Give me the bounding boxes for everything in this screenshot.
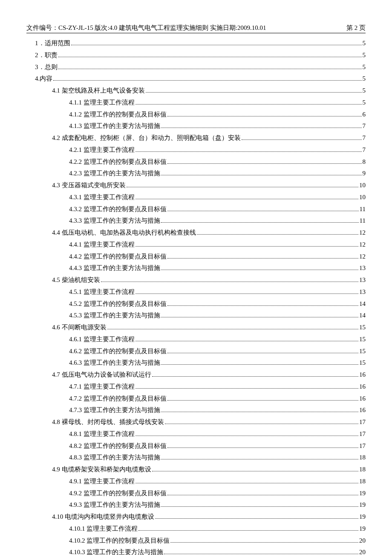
toc-entry-page: 5 (363, 49, 366, 61)
toc-leader-dots (161, 364, 358, 365)
toc-entry-page: 11 (360, 203, 366, 215)
toc-entry[interactable]: 4.1.2 监理工作的控制要点及目标值6 (26, 109, 366, 121)
toc-entry[interactable]: 4.4 低压电动机、电加热器及电动执行机构检查接线12 (26, 227, 366, 239)
toc-leader-dots (135, 436, 358, 436)
toc-entry-label: 4.6 不间断电源安装 (52, 322, 107, 334)
toc-entry-label: 4.1.3 监理工作的主要方法与措施 (69, 120, 160, 132)
toc-entry[interactable]: 4.9 电缆桥架安装和桥架内电缆敷设18 (26, 464, 366, 476)
toc-entry[interactable]: 4.8.2 监理工作的控制要点及目标值17 (26, 440, 366, 452)
toc-entry-page: 7 (363, 132, 366, 144)
toc-entry[interactable]: 4.7 低压电气动力设备试验和试运行16 (26, 369, 366, 381)
toc-entry[interactable]: 4.10 电缆沟内和电缆竖井内电缆敷设19 (26, 511, 366, 523)
toc-entry-label: 4.5 柴油机组安装 (52, 274, 100, 286)
toc-entry-label: 4.7.2 监理工作的控制要点及目标值 (69, 393, 167, 405)
toc-entry-page: 13 (359, 286, 366, 298)
toc-entry[interactable]: 4.2.2 监理工作的控制要点及目标值8 (26, 156, 366, 168)
toc-leader-dots (152, 376, 359, 377)
toc-leader-dots (152, 471, 359, 471)
toc-entry-label: 4.2 成套配电柜、控制柜（屏、台）和动力、照明配电箱（盘）安装 (52, 132, 241, 144)
toc-entry[interactable]: 4.1.3 监理工作的主要方法与措施7 (26, 120, 366, 132)
toc-entry[interactable]: 4.3 变压器箱式变电所安装10 (26, 180, 366, 192)
toc-entry-label: 4.6.2 监理工作的控制要点及目标值 (69, 346, 167, 357)
toc-entry[interactable]: 4.10.1 监理主要工作流程19 (26, 523, 366, 535)
toc-entry[interactable]: 4.7.3 监理工作的主要方法与措施16 (26, 404, 366, 416)
toc-entry[interactable]: 4.5.1 监理主要工作流程13 (26, 286, 366, 298)
toc-entry-page: 5 (363, 38, 366, 49)
toc-entry[interactable]: 4.2 成套配电柜、控制柜（屏、台）和动力、照明配电箱（盘）安装7 (26, 132, 366, 144)
toc-entry[interactable]: 4.7.2 监理工作的控制要点及目标值16 (26, 393, 366, 405)
toc-entry-label: 4.5.2 监理工作的控制要点及目标值 (69, 298, 167, 310)
toc-entry-label: 4.5.1 监理主要工作流程 (69, 286, 135, 298)
toc-leader-dots (197, 234, 359, 235)
toc-leader-dots (167, 305, 358, 306)
toc-entry-page: 16 (359, 369, 366, 381)
toc-leader-dots (135, 483, 358, 483)
toc-entry-label: 3．总则 (35, 61, 58, 73)
table-of-contents: 1．适用范围52．职责53．总则54.内容54.1 架空线路及杆上电气设备安装5… (26, 38, 366, 555)
toc-entry-page: 14 (359, 310, 366, 322)
toc-leader-dots (135, 341, 358, 341)
toc-entry-page: 15 (359, 322, 366, 334)
toc-entry[interactable]: 4.7.1 监理主要工作流程16 (26, 381, 366, 393)
toc-entry[interactable]: 4.2.1 监理主要工作流程7 (26, 144, 366, 156)
toc-entry[interactable]: 4.5 柴油机组安装13 (26, 274, 366, 286)
toc-entry-label: 4.7.1 监理主要工作流程 (69, 381, 135, 393)
toc-entry[interactable]: 4.内容5 (26, 73, 366, 85)
toc-entry[interactable]: 4.9.3 监理工作的主要方法与措施19 (26, 499, 366, 511)
toc-entry-page: 15 (359, 334, 366, 346)
toc-entry-page: 7 (363, 144, 366, 156)
toc-entry[interactable]: 4.3.1 监理主要工作流程10 (26, 192, 366, 203)
toc-entry[interactable]: 4.1 架空线路及杆上电气设备安装5 (26, 85, 366, 97)
toc-entry-label: 4.8.1 监理主要工作流程 (69, 428, 135, 440)
toc-entry-label: 2．职责 (35, 49, 58, 61)
toc-entry-label: 4.1 架空线路及杆上电气设备安装 (52, 85, 145, 97)
toc-entry-label: 4.8.2 监理工作的控制要点及目标值 (69, 440, 167, 452)
toc-entry[interactable]: 4.3.2 监理工作的控制要点及目标值11 (26, 203, 366, 215)
toc-entry[interactable]: 4.6 不间断电源安装15 (26, 322, 366, 334)
toc-entry[interactable]: 4.6.3 监理工作的主要方法与措施15 (26, 357, 366, 369)
toc-leader-dots (167, 116, 362, 116)
toc-entry[interactable]: 4.4.3 监理工作的主要方法与措施13 (26, 262, 366, 274)
toc-entry[interactable]: 4.6.2 监理工作的控制要点及目标值15 (26, 346, 366, 357)
toc-entry[interactable]: 2．职责5 (26, 49, 366, 61)
toc-entry[interactable]: 4.3.3 监理工作的主要方法与措施11 (26, 215, 366, 227)
toc-leader-dots (155, 518, 358, 519)
toc-leader-dots (135, 199, 358, 199)
toc-entry-label: 4.6.3 监理工作的主要方法与措施 (69, 357, 160, 369)
toc-entry[interactable]: 4.8.1 监理主要工作流程17 (26, 428, 366, 440)
toc-leader-dots (135, 293, 358, 294)
toc-entry[interactable]: 4.10.3 监理工作的主要方法与措施20 (26, 546, 366, 555)
toc-entry[interactable]: 4.5.3 监理工作的主要方法与措施14 (26, 310, 366, 322)
toc-leader-dots (161, 270, 358, 270)
toc-entry[interactable]: 4.10.2 监理工作的控制要点及目标值20 (26, 535, 366, 547)
toc-entry[interactable]: 4.5.2 监理工作的控制要点及目标值14 (26, 298, 366, 310)
toc-leader-dots (58, 57, 362, 57)
toc-entry-label: 4.2.3 监理工作的主要方法与措施 (69, 168, 160, 180)
toc-entry[interactable]: 3．总则5 (26, 61, 366, 73)
toc-entry-label: 4.3.1 监理主要工作流程 (69, 192, 135, 203)
toc-entry[interactable]: 4.1.1 监理主要工作流程5 (26, 97, 366, 109)
toc-leader-dots (138, 530, 358, 531)
toc-entry-label: 4.10 电缆沟内和电缆竖井内电缆敷设 (52, 511, 154, 523)
toc-entry[interactable]: 4.2.3 监理工作的主要方法与措施9 (26, 168, 366, 180)
toc-entry-page: 11 (360, 215, 366, 227)
toc-entry-label: 4.9.3 监理工作的主要方法与措施 (69, 499, 160, 511)
toc-leader-dots (127, 187, 359, 187)
toc-leader-dots (71, 45, 362, 45)
toc-entry[interactable]: 4.8.3 监理工作的主要方法与措施18 (26, 452, 366, 464)
toc-entry[interactable]: 4.4.1 监理主要工作流程12 (26, 239, 366, 251)
toc-entry-page: 15 (359, 357, 366, 369)
toc-entry-label: 4.6.1 监理主要工作流程 (69, 334, 135, 346)
toc-leader-dots (107, 329, 359, 329)
toc-entry[interactable]: 4.6.1 监理主要工作流程15 (26, 334, 366, 346)
toc-entry[interactable]: 4.4.2 监理工作的控制要点及目标值12 (26, 251, 366, 263)
toc-entry[interactable]: 4.9.1 监理主要工作流程18 (26, 476, 366, 488)
toc-entry-page: 14 (359, 298, 366, 310)
toc-entry[interactable]: 4.9.2 监理工作的控制要点及目标值19 (26, 488, 366, 500)
toc-leader-dots (170, 542, 358, 543)
toc-entry[interactable]: 4.8 裸母线、封闭母线、插接式母线安装17 (26, 416, 366, 428)
toc-entry[interactable]: 1．适用范围5 (26, 38, 366, 49)
toc-entry-page: 7 (363, 120, 366, 132)
toc-leader-dots (135, 388, 358, 389)
toc-entry-page: 12 (359, 251, 366, 263)
